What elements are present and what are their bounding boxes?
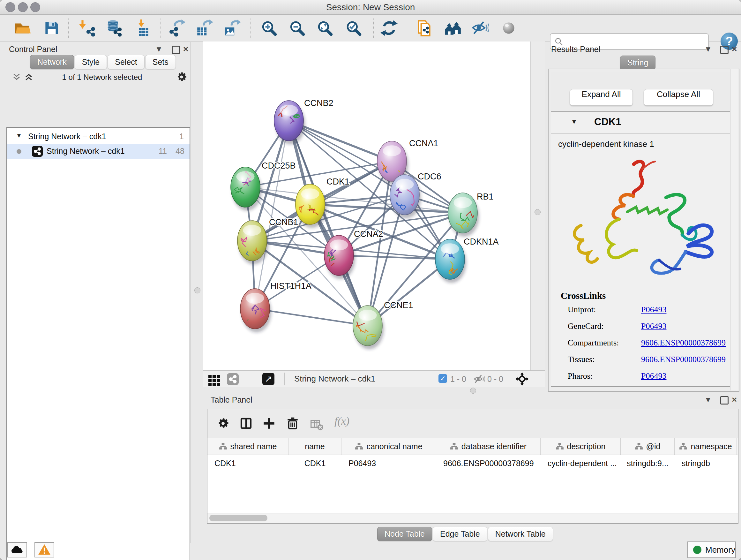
expand-all-button[interactable]: Expand All [569,89,633,106]
node-label-RB1: RB1 [477,192,494,201]
table-cell[interactable]: stringdb [675,455,737,471]
delete-table-icon[interactable] [310,418,324,431]
zoom-fit-button[interactable] [316,19,334,37]
zoom-out-button[interactable] [288,19,307,37]
tab-edge-table[interactable]: Edge Table [433,527,487,541]
tab-node-table[interactable]: Node Table [377,527,432,541]
hscrollbar-thumb[interactable] [209,515,267,521]
crosslink-value-link[interactable]: P06493 [641,321,666,331]
results-panel-float-icon[interactable] [720,46,729,54]
control-panel-close-icon[interactable]: × [183,44,188,54]
import-network-database-button[interactable] [105,19,123,37]
table-settings-gear-icon[interactable] [216,417,230,430]
zoom-in-button[interactable] [260,19,278,37]
table-cell[interactable]: CDK1 [207,455,288,471]
import-table-button[interactable] [134,19,153,37]
network-collection-row[interactable]: ▼ String Network – cdk1 1 [7,130,190,144]
column-tree-icon [450,442,458,450]
export-table-button[interactable] [195,19,214,37]
zoom-in-icon [260,19,278,37]
table-cell[interactable]: stringdb:9... [621,455,675,471]
control-panel-float-icon[interactable] [172,46,180,54]
network-canvas[interactable]: CCNB2CCNA1CDC25BCDK1CDC6RB1CCNB1CCNA2CDK… [203,42,531,370]
add-column-icon[interactable] [262,417,276,430]
column-header-name[interactable]: name [288,438,341,455]
results-panel-close-icon[interactable]: × [732,44,737,54]
table-hscrollbar[interactable] [207,513,738,523]
warning-button[interactable] [35,542,54,557]
birds-eye-view-icon[interactable]: ↗ [262,373,274,385]
crosslink-value-link[interactable]: 9606.ENSP00000378699 [641,338,726,348]
save-session-button[interactable] [42,19,61,37]
function-builder-icon[interactable]: f(x) [334,415,349,427]
cloud-button[interactable] [7,542,27,557]
hide-graphics-details-icon [471,19,489,37]
tab-sets[interactable]: Sets [145,55,176,69]
selected-checkbox-icon[interactable]: ✓ [439,374,447,383]
collapse-all-icon[interactable] [11,72,22,82]
table-panel-close-icon[interactable]: × [732,395,737,405]
zoom-selected-button[interactable] [344,19,363,37]
show-columns-icon[interactable] [239,417,253,430]
network-options-gear-icon[interactable] [176,71,188,83]
column-header-description[interactable]: description [541,438,621,455]
node-label-CCNA1: CCNA1 [409,138,439,148]
collapse-all-button[interactable]: Collapse All [644,89,713,106]
crosslink-row: Uniprot:P06493 [568,305,731,314]
string-home-button[interactable] [444,19,462,37]
refresh-view-button[interactable] [380,19,398,37]
column-header-shared-name[interactable]: shared name [207,438,288,455]
show-graphics-details-button[interactable] [499,19,518,37]
network-graph[interactable]: CCNB2CCNA1CDC25BCDK1CDC6RB1CCNB1CCNA2CDK… [203,42,530,370]
expand-all-icon[interactable] [23,72,34,82]
import-network-file-button[interactable] [78,19,96,37]
network-clipboard-button[interactable] [414,19,433,37]
network-results-splitter[interactable] [530,42,545,370]
tab-network[interactable]: Network [30,55,74,69]
table-cell[interactable]: 9606.ENSP00000378699 [436,455,541,471]
left-splitter-handle[interactable] [194,287,200,294]
control-panel-tabs: NetworkStyleSelectSets [30,55,177,69]
tab-string[interactable]: String [620,56,656,70]
export-image-button[interactable] [223,19,242,37]
tab-network-table[interactable]: Network Table [488,527,553,541]
table-panel-float-icon[interactable] [720,396,729,405]
bottom-splitter-handle[interactable] [470,388,476,394]
selected-node-edge-counts: 1 - 0 [450,374,466,384]
export-network-button[interactable] [167,19,186,37]
table-cell[interactable]: CDK1 [288,455,341,471]
network-share-icon[interactable] [227,373,239,385]
tab-select[interactable]: Select [108,55,144,69]
hide-graphics-details-button[interactable] [471,19,489,37]
tab-style[interactable]: Style [75,55,107,69]
results-panel-menu-icon[interactable]: ▼ [704,45,712,54]
column-header-namespace[interactable]: namespace [675,438,737,455]
open-session-button[interactable] [13,19,31,37]
column-header-@id[interactable]: @id [621,438,675,455]
grid-view-icon[interactable] [208,375,220,386]
table-row[interactable]: CDK1CDK1P064939606.ENSP00000378699cyclin… [207,455,738,471]
crosslink-value-link[interactable]: P06493 [641,305,666,314]
tree-expand-icon[interactable]: ▼ [16,132,22,139]
crosslink-value-link[interactable]: P06493 [641,371,666,381]
results-scrollbar[interactable] [730,69,738,390]
crosslink-value-link[interactable]: 9606.ENSP00000378699 [641,355,726,364]
control-panel-menu-icon[interactable]: ▼ [155,45,163,54]
column-header-label: shared name [230,442,277,451]
netbar-separator [509,373,509,385]
hidden-eye-slash-icon[interactable] [473,374,485,384]
column-header-canonical-name[interactable]: canonical name [341,438,436,455]
protein-collapse-icon[interactable]: ▼ [571,118,577,125]
memory-button[interactable]: Memory [687,542,736,558]
crosslinks-title: CrossLinks [561,291,606,301]
table-cell[interactable]: P06493 [341,455,436,471]
fit-content-crosshair-icon[interactable] [515,372,529,386]
table-panel-menu-icon[interactable]: ▼ [704,395,712,404]
right-splitter-handle[interactable] [535,209,541,215]
column-header-database-identifier[interactable]: database identifier [436,438,541,455]
protein-card-header[interactable]: ▼ CDK1 [551,112,734,134]
network-row-selected[interactable]: String Network – cdk1 11 48 [7,144,190,159]
delete-icon[interactable] [286,417,299,430]
current-network-name: String Network – cdk1 [294,374,375,384]
table-cell[interactable]: cyclin-dependent ... [541,455,621,471]
